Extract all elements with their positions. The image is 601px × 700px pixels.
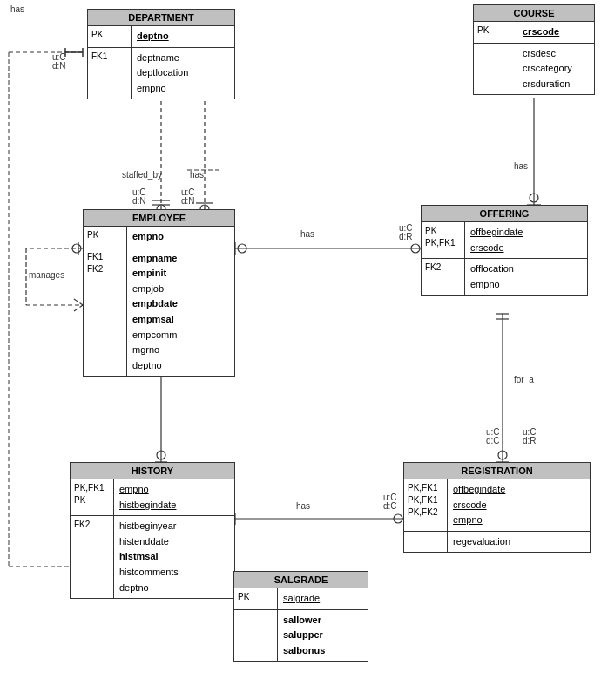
card-dn-left: d:N — [52, 61, 66, 71]
entity-registration-empty — [404, 532, 448, 553]
entity-history-pk: PK,FK1 PK — [71, 479, 114, 515]
entity-registration-pk: PK,FK1 PK,FK1 PK,FK2 — [404, 479, 448, 531]
card-dn-staffed: d:N — [132, 196, 146, 206]
entity-department: DEPARTMENT PK deptno FK1 deptnamedeptloc… — [87, 9, 235, 99]
entity-registration: REGISTRATION PK,FK1 PK,FK1 PK,FK2 offbeg… — [403, 462, 591, 553]
entity-employee: EMPLOYEE PK empno FK1 FK2 empname empini… — [83, 209, 235, 377]
entity-employee-pk: PK — [84, 227, 127, 248]
svg-point-29 — [394, 514, 402, 523]
entity-offering-pk: PK PK,FK1 — [422, 222, 465, 258]
label-has-emp-off: has — [300, 229, 314, 239]
entity-employee-pk-fields: empno — [127, 227, 234, 248]
entity-course: COURSE PK crscode crsdesccrscategorycrsd… — [473, 4, 595, 95]
entity-history-pk-fields: empno histbegindate — [114, 479, 234, 515]
svg-point-24 — [157, 451, 165, 459]
entity-history: HISTORY PK,FK1 PK empno histbegindate FK… — [70, 462, 235, 599]
entity-course-pk-fields: crscode — [517, 22, 594, 43]
card-dr-off-reg2: d:R — [523, 436, 537, 445]
card-dc-off-reg: d:C — [486, 436, 500, 445]
label-manages: manages — [29, 270, 64, 280]
svg-point-10 — [238, 244, 246, 253]
entity-salgrade-attrs: sallower salupper salbonus — [278, 610, 368, 662]
entity-employee-attrs: empname empinit empjob empbdate empmsal … — [127, 248, 234, 377]
entity-department-fk1: FK1 — [88, 48, 132, 99]
entity-history-attrs: histbeginyear histenddate histmsal histc… — [114, 516, 234, 598]
svg-line-18 — [74, 305, 83, 311]
entity-department-header: DEPARTMENT — [88, 10, 234, 26]
entity-salgrade-pk: PK — [234, 588, 278, 609]
entity-course-attrs: crsdesccrscategorycrsduration — [517, 44, 594, 95]
entity-history-header: HISTORY — [71, 463, 234, 479]
entity-registration-header: REGISTRATION — [404, 463, 590, 479]
entity-offering-header: OFFERING — [422, 206, 587, 222]
svg-point-12 — [411, 244, 420, 253]
card-dn-has: d:N — [181, 196, 195, 206]
entity-department-attrs: deptnamedeptlocationempno — [132, 48, 234, 99]
entity-course-pk: PK — [474, 22, 517, 43]
erd-diagram: staffed_by has has manages has has for_a… — [0, 0, 601, 700]
entity-employee-header: EMPLOYEE — [84, 210, 234, 227]
svg-point-32 — [530, 194, 538, 202]
svg-point-20 — [72, 244, 81, 253]
entity-salgrade: SALGRADE PK salgrade sallower salupper s… — [233, 571, 368, 662]
entity-salgrade-empty — [234, 610, 278, 662]
entity-employee-fk: FK1 FK2 — [84, 248, 127, 377]
label-has-left: has — [10, 4, 24, 14]
entity-offering-pk-fields: offbegindate crscode — [465, 222, 587, 258]
entity-registration-pk-fields: offbegindate crscode empno — [448, 479, 590, 531]
entity-course-header: COURSE — [474, 5, 594, 22]
entity-course-empty — [474, 44, 517, 95]
entity-registration-attrs: regevaluation — [448, 532, 590, 553]
entity-department-pk: PK — [88, 26, 132, 47]
label-has-course-off: has — [514, 161, 528, 171]
label-for-a: for_a — [514, 375, 534, 384]
entity-offering-attrs: offlocationempno — [465, 259, 587, 295]
card-dc-hist-reg: d:C — [383, 501, 397, 511]
svg-line-17 — [74, 299, 83, 305]
card-dr-emp-off: d:R — [399, 232, 413, 241]
entity-offering-fk2: FK2 — [422, 259, 465, 295]
entity-history-fk2: FK2 — [71, 516, 114, 598]
label-staffed-by: staffed_by — [122, 170, 162, 180]
label-has-dept-emp: has — [190, 170, 204, 180]
entity-salgrade-header: SALGRADE — [234, 572, 368, 588]
svg-point-37 — [498, 451, 507, 459]
entity-department-pk-fields: deptno — [132, 26, 234, 47]
entity-offering: OFFERING PK PK,FK1 offbegindate crscode … — [421, 205, 588, 296]
label-has-hist-reg: has — [296, 501, 310, 511]
entity-salgrade-pk-fields: salgrade — [278, 588, 368, 609]
